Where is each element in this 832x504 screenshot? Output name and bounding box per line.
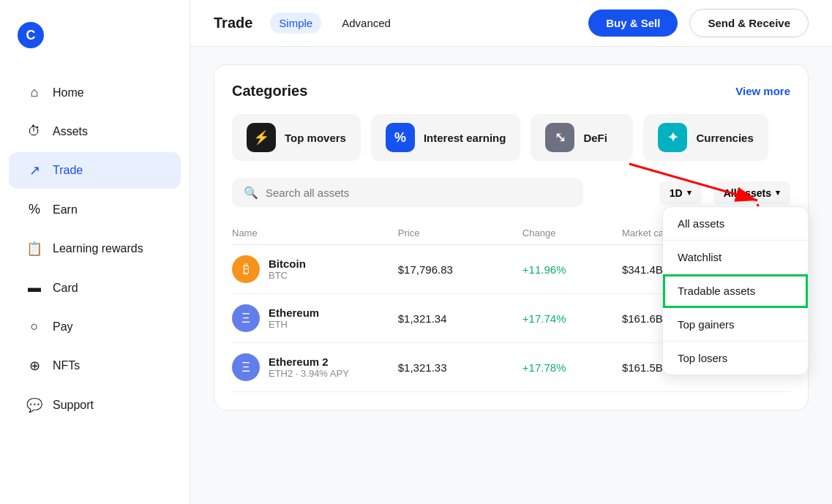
category-currencies[interactable]: ✦ Currencies: [643, 114, 768, 161]
category-label: DeFi: [583, 132, 607, 144]
category-top-movers[interactable]: ⚡ Top movers: [232, 114, 361, 161]
categories-header: Categories View more: [232, 83, 790, 99]
main-content: Trade Simple Advanced Buy & Sell Send & …: [190, 0, 832, 504]
col-price: Price: [398, 227, 522, 238]
assets-filter-label: All assets: [724, 187, 771, 199]
tab-simple[interactable]: Simple: [270, 12, 321, 34]
sidebar-item-label: Assets: [53, 125, 88, 138]
svg-text:C: C: [26, 28, 36, 42]
categories-title: Categories: [232, 83, 307, 99]
dropdown-item-all-assets[interactable]: All assets: [663, 207, 808, 241]
sidebar-item-label: NFTs: [53, 359, 80, 372]
asset-info-bitcoin[interactable]: ₿ Bitcoin BTC: [232, 255, 398, 283]
price-cell: $17,796.83: [398, 263, 522, 276]
sidebar: C ⌂ Home ⏱ Assets ↗ Trade % Earn 📋 Learn…: [0, 0, 190, 504]
sidebar-item-label: Earn: [53, 203, 78, 217]
col-change: Change: [522, 227, 622, 238]
card-icon: ▬: [26, 280, 42, 296]
tab-advanced[interactable]: Advanced: [333, 12, 400, 34]
change-cell: +11.96%: [522, 263, 622, 276]
interest-earning-icon: %: [386, 123, 415, 152]
sidebar-item-card[interactable]: ▬ Card: [9, 270, 181, 306]
support-icon: 💬: [26, 397, 42, 413]
nfts-icon: ⊕: [26, 358, 42, 374]
dropdown-item-tradable-assets[interactable]: Tradable assets: [663, 274, 808, 308]
sidebar-item-home[interactable]: ⌂ Home: [9, 75, 181, 110]
period-filter[interactable]: 1D ▾: [659, 181, 702, 205]
asset-ticker: ETH2 · 3.94% APY: [269, 368, 349, 379]
dropdown-item-watchlist[interactable]: Watchlist: [663, 241, 808, 274]
top-movers-icon: ⚡: [247, 123, 276, 152]
home-icon: ⌂: [26, 85, 42, 100]
chevron-down-icon: ▾: [687, 188, 692, 198]
sidebar-item-trade[interactable]: ↗ Trade: [9, 152, 181, 189]
sidebar-item-label: Trade: [53, 164, 83, 177]
search-box[interactable]: 🔍: [232, 178, 583, 207]
sidebar-item-earn[interactable]: % Earn: [9, 192, 181, 227]
category-label: Interest earning: [424, 132, 506, 144]
category-label: Currencies: [696, 132, 753, 144]
sidebar-item-assets[interactable]: ⏱ Assets: [9, 113, 181, 149]
sidebar-item-learning[interactable]: 📋 Learning rewards: [9, 230, 181, 267]
period-value: 1D: [670, 187, 683, 199]
assets-icon: ⏱: [26, 124, 42, 139]
asset-name: Bitcoin: [269, 257, 306, 270]
category-defi[interactable]: ⤡ DeFi: [531, 114, 633, 161]
category-interest-earning[interactable]: % Interest earning: [371, 114, 521, 161]
search-input[interactable]: [266, 187, 571, 199]
trade-icon: ↗: [26, 162, 42, 178]
asset-ticker: BTC: [269, 270, 306, 281]
price-cell: $1,321.33: [398, 361, 522, 374]
send-receive-button[interactable]: Send & Receive: [689, 9, 809, 37]
learning-icon: 📋: [26, 241, 42, 257]
asset-name: Ethereum: [269, 306, 319, 319]
dropdown-item-top-losers[interactable]: Top losers: [663, 342, 808, 375]
asset-ticker: ETH: [269, 319, 319, 330]
sidebar-item-label: Support: [53, 399, 94, 412]
bitcoin-icon: ₿: [232, 255, 260, 283]
asset-info-ethereum[interactable]: Ξ Ethereum ETH: [232, 304, 398, 332]
change-cell: +17.74%: [522, 312, 622, 325]
assets-dropdown: All assets Watchlist Tradable assets Top…: [662, 206, 809, 375]
price-cell: $1,321.34: [398, 312, 522, 325]
dropdown-item-top-gainers[interactable]: Top gainers: [663, 308, 808, 342]
pay-icon: ○: [26, 319, 42, 334]
category-label: Top movers: [285, 132, 346, 144]
page-title: Trade: [214, 15, 252, 31]
sidebar-item-nfts[interactable]: ⊕ NFTs: [9, 347, 181, 384]
buy-sell-button[interactable]: Buy & Sell: [588, 10, 678, 37]
sidebar-item-label: Learning rewards: [53, 242, 143, 255]
logo: C: [0, 15, 190, 73]
sidebar-item-pay[interactable]: ○ Pay: [9, 309, 181, 345]
sidebar-item-label: Pay: [53, 320, 73, 334]
currencies-icon: ✦: [658, 123, 687, 152]
assets-filter[interactable]: All assets ▾: [713, 181, 790, 205]
earn-icon: %: [26, 202, 42, 217]
sidebar-item-label: Card: [53, 282, 78, 295]
header: Trade Simple Advanced Buy & Sell Send & …: [190, 0, 832, 47]
search-icon: 🔍: [244, 186, 258, 200]
asset-info-ethereum2[interactable]: Ξ Ethereum 2 ETH2 · 3.94% APY: [232, 353, 398, 381]
change-cell: +17.78%: [522, 361, 622, 374]
sidebar-item-support[interactable]: 💬 Support: [9, 387, 181, 424]
ethereum-icon: Ξ: [232, 304, 260, 332]
content-area: Categories View more ⚡ Top movers % Inte…: [190, 47, 832, 504]
view-more-link[interactable]: View more: [735, 85, 790, 97]
defi-icon: ⤡: [545, 123, 574, 152]
asset-name: Ethereum 2: [269, 356, 349, 368]
ethereum2-icon: Ξ: [232, 353, 260, 381]
category-pills: ⚡ Top movers % Interest earning ⤡ DeFi ✦…: [232, 114, 790, 161]
chevron-down-icon: ▾: [776, 188, 780, 198]
sidebar-item-label: Home: [53, 86, 84, 99]
search-filter-row: 🔍 1D ▾ All assets ▾: [232, 178, 790, 207]
col-name: Name: [232, 227, 398, 238]
